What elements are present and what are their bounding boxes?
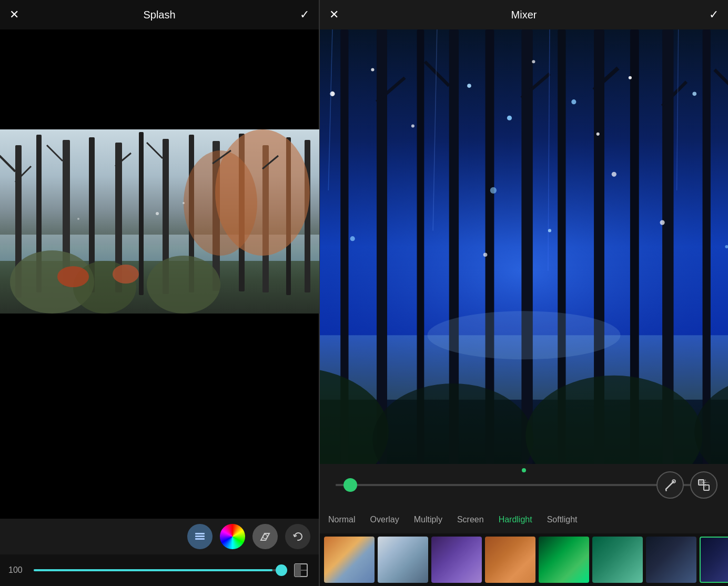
svg-rect-35 (195, 538, 205, 540)
thumb-8[interactable] (700, 537, 728, 583)
svg-rect-34 (195, 536, 205, 537)
brush-button[interactable] (656, 471, 684, 499)
erase-button[interactable] (252, 524, 278, 549)
slider-fill (34, 569, 272, 571)
svg-point-36 (263, 534, 267, 539)
svg-point-97 (548, 229, 551, 232)
svg-point-74 (692, 92, 696, 96)
opacity-slider[interactable] (34, 569, 285, 571)
svg-point-77 (596, 133, 600, 136)
right-controls (320, 464, 728, 506)
svg-point-76 (507, 116, 512, 120)
blend-overlay[interactable]: Overlay (370, 515, 399, 524)
undo-button[interactable] (285, 524, 310, 549)
mask-svg (294, 563, 308, 578)
left-title: Splash (143, 9, 175, 21)
right-confirm-button[interactable]: ✓ (709, 8, 719, 22)
slider-thumb[interactable] (276, 564, 287, 576)
right-header: ✕ Mixer ✓ (320, 0, 728, 29)
svg-point-75 (411, 124, 414, 127)
right-tool-buttons (656, 471, 717, 499)
brush-icon (663, 478, 677, 492)
right-close-button[interactable]: ✕ (329, 8, 339, 22)
selection-icon (697, 478, 711, 492)
right-panel: ✕ Mixer ✓ (320, 0, 728, 586)
svg-point-70 (467, 84, 471, 88)
svg-rect-8 (139, 132, 144, 295)
svg-point-72 (571, 99, 576, 104)
svg-point-20 (147, 256, 220, 314)
svg-point-21 (57, 266, 89, 287)
thumb-5[interactable] (539, 537, 589, 583)
left-forest-image (0, 129, 319, 314)
blend-modes-row: Normal Overlay Multiply Screen Hardlight… (320, 506, 728, 533)
blend-multiply[interactable]: Multiply (414, 515, 442, 524)
right-title: Mixer (511, 9, 537, 21)
blend-normal[interactable]: Normal (328, 515, 356, 524)
svg-point-32 (77, 218, 79, 220)
left-bottom-area (0, 413, 319, 519)
svg-point-31 (183, 202, 185, 204)
svg-rect-55 (703, 29, 711, 464)
thumb-4[interactable] (485, 537, 535, 583)
svg-point-95 (350, 236, 355, 241)
svg-point-98 (660, 220, 665, 225)
dot-indicator (522, 468, 526, 472)
blend-hardlight[interactable]: Hardlight (499, 515, 532, 524)
left-forest-canvas (0, 129, 319, 314)
left-close-button[interactable]: ✕ (9, 8, 19, 22)
thumb-7[interactable] (646, 537, 696, 583)
left-forest-svg (0, 129, 319, 314)
svg-point-96 (483, 252, 488, 257)
selection-button[interactable] (690, 471, 717, 499)
thumb-1[interactable] (324, 537, 375, 583)
left-panel: ✕ Splash ✓ i (0, 0, 319, 586)
left-header: ✕ Splash ✓ (0, 0, 319, 29)
right-slider-thumb[interactable] (343, 478, 357, 492)
svg-point-81 (612, 172, 616, 177)
svg-rect-103 (704, 485, 709, 490)
left-image-area (0, 29, 319, 413)
thumbnails-row (320, 533, 728, 586)
blend-softlight[interactable]: Softlight (547, 515, 578, 524)
svg-point-93 (427, 311, 620, 359)
right-forest-image (320, 29, 728, 464)
right-forest-svg (320, 29, 728, 464)
svg-point-73 (629, 76, 632, 79)
mask-icon[interactable] (291, 561, 310, 580)
right-image-area (320, 29, 728, 464)
layers-button[interactable] (187, 524, 213, 549)
svg-point-80 (490, 187, 497, 194)
undo-icon (292, 531, 304, 542)
color-wheel-button[interactable] (220, 524, 245, 549)
erase-icon (259, 531, 271, 542)
left-slider-area: 100 (0, 554, 319, 586)
svg-point-71 (532, 60, 535, 63)
layers-icon (194, 530, 206, 543)
svg-point-22 (113, 265, 139, 284)
thumb-3[interactable] (431, 537, 482, 583)
blend-screen[interactable]: Screen (457, 515, 484, 524)
svg-point-30 (156, 212, 159, 215)
svg-rect-38 (295, 564, 301, 577)
svg-point-69 (371, 68, 374, 71)
svg-rect-33 (195, 533, 205, 534)
thumb-6[interactable] (592, 537, 643, 583)
left-confirm-button[interactable]: ✓ (300, 8, 309, 22)
left-toolbar (0, 519, 319, 554)
svg-point-17 (184, 150, 257, 256)
thumb-2[interactable] (378, 537, 428, 583)
slider-value-label: 100 (8, 565, 27, 575)
